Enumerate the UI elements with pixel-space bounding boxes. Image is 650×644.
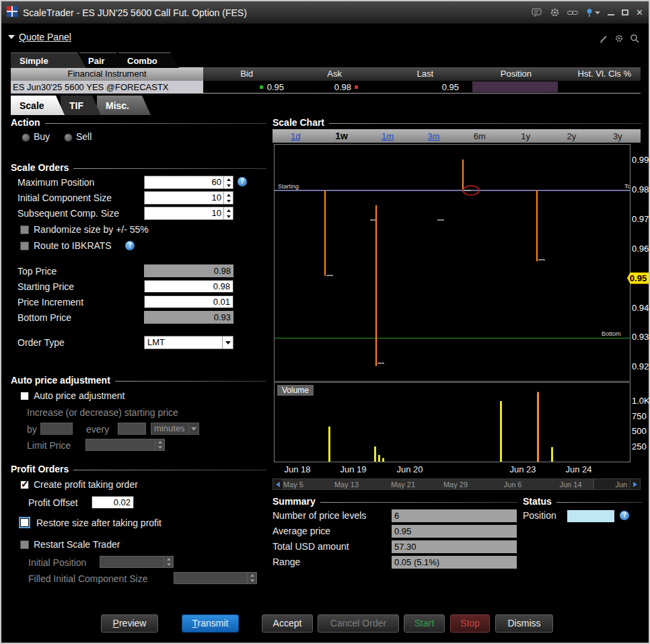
maximize-button[interactable] [622, 9, 628, 15]
range-1m[interactable]: 1m [365, 131, 410, 141]
volume-bar [374, 447, 376, 462]
randomize-label[interactable]: Randomize size by +/- 55% [34, 224, 149, 235]
profit-offset-field[interactable]: 0.02 [92, 496, 134, 509]
randomize-checkbox[interactable] [20, 225, 29, 234]
range-1y[interactable]: 1y [503, 131, 548, 141]
search-icon[interactable] [630, 34, 639, 46]
level-label-bottom: Bottom [602, 330, 621, 337]
tab-misc[interactable]: Misc. [97, 96, 151, 115]
spin-up-button[interactable] [224, 176, 233, 182]
column-ask[interactable]: Ask [261, 67, 342, 81]
column-bid[interactable]: Bid [172, 67, 253, 81]
restart-scale-checkbox[interactable] [20, 540, 29, 549]
stop-button[interactable]: Stop [450, 614, 490, 633]
preview-button[interactable]: Preview [101, 614, 158, 633]
ask-cell[interactable]: 0.98 [284, 81, 351, 94]
help-icon[interactable]: ? [125, 241, 135, 250]
help-icon[interactable]: ? [238, 177, 247, 186]
route-ibkrats-label[interactable]: Route to IBKRATS [34, 240, 112, 251]
tab-tif[interactable]: TIF [61, 96, 101, 115]
range-1w[interactable]: 1w [318, 131, 364, 141]
check-icon: ✓ [21, 478, 29, 489]
restore-size-checkbox[interactable] [20, 518, 29, 527]
volume-chart-pane[interactable]: Volume [274, 382, 630, 462]
scrollbar-left-arrow[interactable] [273, 479, 283, 489]
link-icon[interactable] [567, 9, 578, 16]
price-increment-field[interactable]: 0.01 [144, 295, 233, 308]
position-cell[interactable] [472, 81, 558, 92]
title-bar[interactable]: ScaleTrader - ES JUN'25 5600 Call Fut. O… [1, 1, 649, 24]
gear-icon[interactable] [550, 7, 560, 17]
order-type-dropdown[interactable]: LMT [144, 336, 233, 349]
spin-down-button[interactable] [224, 182, 233, 188]
column-hst-vl-cls[interactable]: Hst. Vl. Cls % [550, 67, 631, 81]
bid-cell[interactable]: 0.95 [217, 81, 284, 94]
column-last[interactable]: Last [353, 67, 433, 81]
range-2y[interactable]: 2y [548, 131, 594, 141]
bottom-price-label: Bottom Price [17, 312, 71, 323]
volume-bar [378, 455, 380, 462]
quote-panel-title[interactable]: Quote Panel [19, 32, 71, 42]
limit-price-field [85, 439, 165, 451]
sell-label[interactable]: Sell [76, 131, 92, 142]
range-3y[interactable]: 3y [595, 131, 641, 141]
sell-radio[interactable] [64, 133, 73, 142]
pin-dropdown-caret[interactable] [595, 11, 600, 14]
price-chart-pane[interactable]: StartingTopBottom [274, 144, 630, 382]
initial-component-size-label: Initial Component Size [17, 192, 112, 203]
tab-combo[interactable]: Combo [118, 52, 179, 68]
range-1d[interactable]: 1d [273, 131, 318, 141]
maximum-position-field[interactable]: 60 [144, 176, 233, 189]
dropdown-arrow[interactable] [222, 336, 233, 349]
column-position[interactable]: Position [451, 67, 532, 81]
scrollbar-right-arrow[interactable] [630, 479, 640, 489]
restart-scale-label[interactable]: Restart Scale Trader [34, 539, 120, 550]
spinner[interactable] [223, 207, 233, 219]
initial-component-size-field[interactable]: 10 [144, 191, 233, 205]
route-ibkrats-checkbox[interactable] [20, 242, 29, 250]
spin-down-button[interactable] [224, 213, 233, 219]
pin-icon[interactable] [585, 8, 600, 17]
create-profit-label[interactable]: Create profit taking order [34, 479, 138, 490]
auto-price-checkbox[interactable] [20, 392, 29, 400]
range-3m[interactable]: 3m [410, 131, 456, 141]
transmit-button[interactable]: Transmit [182, 614, 239, 633]
accept-button[interactable]: Accept [262, 614, 313, 633]
buy-label[interactable]: Buy [34, 131, 50, 142]
range-6m[interactable]: 6m [457, 131, 503, 141]
dismiss-button[interactable]: Dismiss [495, 614, 553, 633]
notes-icon[interactable] [532, 8, 542, 17]
auto-price-label[interactable]: Auto price adjustment [34, 390, 124, 401]
window-title: ScaleTrader - ES JUN'25 5600 Call Fut. O… [23, 7, 247, 18]
volume-axis: 1.0K750500250 [629, 382, 649, 461]
chart-scrollbar[interactable]: May 5May 13May 21May 29Jun 6Jun 14Jun 22 [273, 478, 641, 490]
close-button[interactable]: ✕ [636, 7, 643, 17]
volume-axis-label: 250 [632, 441, 647, 452]
help-icon[interactable]: ? [620, 511, 629, 520]
chart-date-label: Jun 23 [506, 464, 540, 474]
scrollbar-date-label: Jun 14 [554, 480, 587, 489]
buy-radio[interactable] [22, 133, 30, 142]
edit-icon[interactable] [600, 34, 608, 46]
instrument-cell[interactable]: ES Jun30'25 5600 YES @FORECASTX [11, 81, 203, 94]
settings-icon[interactable] [614, 34, 624, 46]
quote-panel-collapse-caret[interactable] [8, 35, 15, 39]
num-price-levels-value: 6 [392, 509, 517, 522]
volume-pane-label: Volume [277, 385, 314, 396]
last-cell[interactable]: 0.95 [392, 81, 459, 94]
spin-down-button[interactable] [224, 198, 233, 204]
create-profit-checkbox[interactable]: ✓ [20, 480, 29, 489]
starting-price-field[interactable]: 0.98 [144, 280, 233, 293]
spin-up-button[interactable] [224, 207, 233, 213]
subsequent-comp-size-field[interactable]: 10 [144, 207, 233, 220]
minimize-button[interactable] [608, 9, 614, 15]
restore-size-label[interactable]: Restore size after taking profit [36, 517, 161, 528]
interval-unit-dropdown: minutes [151, 423, 199, 435]
spin-up-button[interactable] [224, 192, 233, 198]
tab-simple[interactable]: Simple [11, 52, 86, 68]
tab-scale[interactable]: Scale [11, 96, 65, 115]
spinner[interactable] [223, 176, 233, 188]
tab-pair[interactable]: Pair [79, 52, 125, 68]
spinner[interactable] [223, 192, 233, 204]
price-axis-label: 0.97 [632, 214, 649, 224]
